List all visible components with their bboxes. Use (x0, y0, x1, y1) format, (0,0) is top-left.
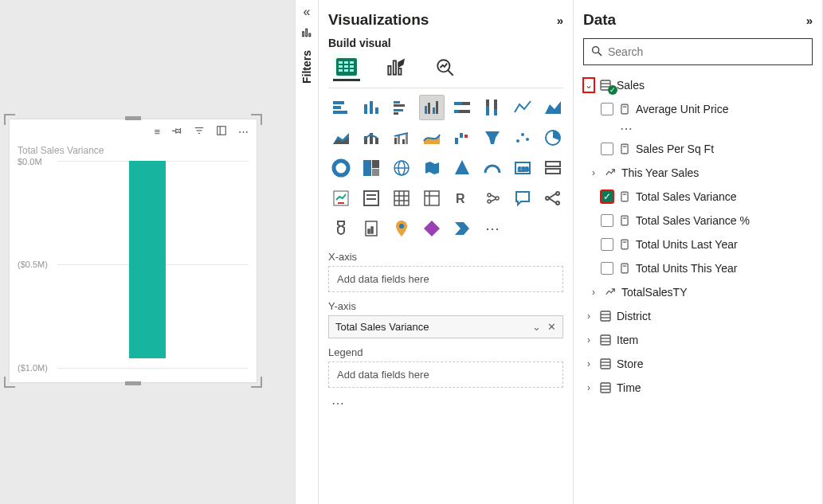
field-sales-per-sqft[interactable]: Sales Per Sq Ft (583, 137, 813, 161)
well-legend-drop[interactable]: Add data fields here (328, 361, 563, 388)
viz-area-icon[interactable] (540, 95, 566, 120)
checkbox[interactable] (601, 143, 613, 155)
search-input[interactable] (608, 45, 805, 58)
filter-icon[interactable] (194, 125, 205, 139)
viz-card-icon[interactable]: 123 (510, 155, 535, 181)
viz-power-automate-icon[interactable] (449, 216, 475, 241)
visual-container[interactable]: ≡ ⋯ Total Sales Variance $0.0M ($0.5M) (… (10, 119, 257, 382)
field-more-icon[interactable]: ⋯ (583, 121, 813, 137)
field-label: Average Unit Price (636, 103, 813, 115)
viz-100stacked-bar-icon[interactable] (449, 95, 475, 120)
expand-filters-icon[interactable]: « (304, 5, 311, 19)
viz-arcgis-icon[interactable] (389, 216, 414, 241)
drag-handle-icon[interactable]: ≡ (154, 126, 160, 138)
viz-map-icon[interactable] (389, 155, 414, 181)
viz-azure-map-icon[interactable] (449, 155, 475, 181)
viz-gauge-icon[interactable] (480, 155, 505, 181)
table-item[interactable]: › Item (583, 328, 813, 352)
viz-stacked-area-icon[interactable] (328, 125, 354, 150)
checkbox-checked[interactable]: ✓ (601, 190, 613, 203)
viz-filled-map-icon[interactable] (419, 155, 445, 181)
filters-pane-collapsed[interactable]: « Filters (295, 0, 319, 504)
well-y-axis-label: Y-axis (328, 300, 563, 312)
viz-python-visual-icon[interactable] (480, 186, 505, 211)
caret-icon[interactable]: › (583, 334, 594, 346)
caret-icon[interactable]: › (583, 382, 594, 393)
wells-more-icon[interactable]: ⋯ (328, 396, 563, 411)
viz-donut-icon[interactable] (328, 155, 354, 181)
tab-format-visual[interactable] (382, 54, 410, 81)
viz-decomposition-icon[interactable] (540, 186, 566, 211)
resize-handle-br[interactable] (251, 377, 262, 388)
pin-icon[interactable] (171, 125, 182, 139)
caret-icon[interactable]: › (588, 287, 599, 298)
viz-stacked-column-icon[interactable] (359, 95, 384, 120)
viz-multirow-card-icon[interactable] (540, 155, 566, 181)
viz-pie-icon[interactable] (540, 125, 566, 150)
checkbox[interactable] (601, 214, 613, 227)
caret-icon[interactable]: › (583, 358, 594, 369)
viz-qna-icon[interactable] (510, 186, 535, 211)
viz-treemap-icon[interactable] (359, 155, 384, 181)
viz-scatter-icon[interactable] (510, 125, 535, 150)
well-y-axis-chip[interactable]: Total Sales Variance ⌄ ✕ (328, 315, 563, 338)
chip-dropdown-icon[interactable]: ⌄ (532, 321, 541, 333)
viz-get-more-icon[interactable]: ⋯ (480, 216, 505, 241)
tab-build-visual[interactable] (333, 54, 360, 81)
table-time[interactable]: › Time (583, 376, 813, 400)
search-box[interactable] (583, 38, 813, 65)
viz-100stacked-column-icon[interactable] (480, 95, 505, 120)
viz-clustered-column-icon[interactable] (419, 95, 445, 120)
caret-icon[interactable]: › (588, 167, 599, 178)
field-this-year-sales[interactable]: › This Year Sales (583, 161, 813, 185)
viz-matrix-icon[interactable] (419, 186, 445, 211)
field-total-sales-ty[interactable]: › TotalSalesTY (583, 280, 813, 304)
viz-line-icon[interactable] (510, 95, 535, 120)
viz-line-stacked-column-icon[interactable] (359, 125, 384, 150)
viz-stacked-bar-icon[interactable] (328, 95, 354, 120)
field-avg-unit-price[interactable]: Average Unit Price (583, 97, 813, 121)
svg-line-90 (549, 193, 556, 198)
more-options-icon[interactable]: ⋯ (238, 126, 249, 138)
svg-rect-13 (350, 65, 354, 68)
caret-icon[interactable]: › (583, 311, 594, 322)
field-total-sales-variance[interactable]: ✓ Total Sales Variance (583, 185, 813, 209)
caret-sales[interactable]: ⌄ (583, 78, 594, 92)
focus-mode-icon[interactable] (216, 125, 227, 139)
table-district[interactable]: › District (583, 304, 813, 328)
resize-handle-tr[interactable] (251, 114, 262, 125)
viz-paginated-icon[interactable] (359, 216, 384, 241)
resize-handle-bl[interactable] (4, 377, 15, 388)
collapse-data-icon[interactable]: » (806, 14, 813, 27)
field-total-sales-variance-pct[interactable]: Total Sales Variance % (583, 209, 813, 232)
well-x-axis-drop[interactable]: Add data fields here (328, 266, 563, 292)
viz-goals-icon[interactable] (328, 216, 354, 241)
chip-remove-icon[interactable]: ✕ (547, 321, 556, 333)
viz-kpi-icon[interactable] (328, 186, 354, 211)
checkbox[interactable] (601, 262, 613, 275)
viz-clustered-bar-icon[interactable] (389, 95, 414, 120)
field-total-units-last-year[interactable]: Total Units Last Year (583, 232, 813, 256)
tab-analytics[interactable] (432, 54, 459, 81)
checkbox[interactable] (601, 103, 613, 115)
viz-ribbon-icon[interactable] (419, 125, 445, 150)
svg-rect-67 (546, 162, 560, 166)
resize-handle-tl[interactable] (4, 114, 15, 125)
checkbox[interactable] (601, 238, 613, 251)
report-canvas[interactable]: ≡ ⋯ Total Sales Variance $0.0M ($0.5M) (… (0, 0, 295, 504)
field-label: Total Sales Variance (636, 190, 813, 203)
resize-handle-top[interactable] (125, 116, 141, 120)
viz-power-apps-icon[interactable] (419, 216, 445, 241)
viz-slicer-icon[interactable] (359, 186, 384, 211)
viz-funnel-icon[interactable] (480, 125, 505, 150)
viz-r-visual-icon[interactable]: R (449, 186, 475, 211)
viz-table-icon[interactable] (389, 186, 414, 211)
field-total-units-this-year[interactable]: Total Units This Year (583, 256, 813, 280)
viz-line-clustered-column-icon[interactable] (389, 125, 414, 150)
svg-rect-111 (621, 264, 628, 273)
table-sales[interactable]: ⌄ Sales (583, 73, 813, 97)
viz-waterfall-icon[interactable] (449, 125, 475, 150)
table-store[interactable]: › Store (583, 352, 813, 376)
collapse-visualizations-icon[interactable]: » (557, 14, 563, 27)
resize-handle-bottom[interactable] (125, 381, 141, 385)
